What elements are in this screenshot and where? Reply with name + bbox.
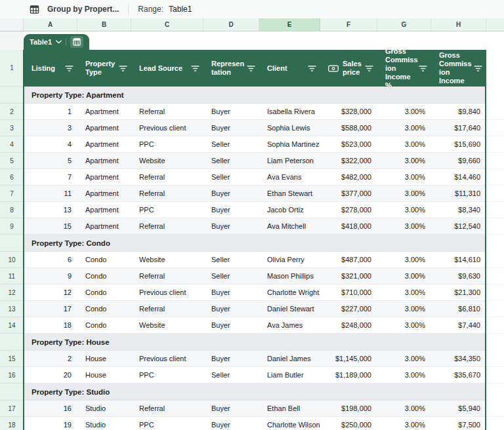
filter-icon[interactable]: [191, 65, 200, 72]
cell-F2[interactable]: $328,000: [320, 104, 377, 119]
header-cell-D[interactable]: Represen tation: [203, 50, 259, 87]
cell-A4[interactable]: 4: [24, 136, 77, 152]
row-header-12[interactable]: 12: [0, 284, 24, 301]
cell-H11[interactable]: $9,630: [431, 268, 486, 284]
cell-D2[interactable]: Buyer: [203, 104, 259, 119]
cell-F6[interactable]: $482,000: [320, 169, 377, 185]
header-cell-F[interactable]: Sales price: [320, 50, 377, 87]
column-letter-B[interactable]: B: [77, 18, 131, 31]
cell-F10[interactable]: $487,000: [320, 252, 377, 267]
row-header-4[interactable]: 4: [0, 136, 24, 153]
cell-C18[interactable]: PPC: [131, 417, 203, 430]
row-header-2[interactable]: 2: [0, 104, 24, 120]
row-header-5[interactable]: 5: [0, 153, 24, 169]
column-letter-A[interactable]: A: [24, 18, 77, 31]
cell-D11[interactable]: Seller: [203, 268, 259, 284]
cell-B14[interactable]: Condo: [77, 317, 131, 333]
cell-H4[interactable]: $15,690: [431, 136, 486, 152]
cell-F12[interactable]: $710,000: [320, 284, 377, 300]
cell-E14[interactable]: Ava James: [259, 317, 320, 333]
cell-D3[interactable]: Buyer: [203, 120, 259, 136]
filter-icon[interactable]: [365, 65, 373, 72]
cell-C14[interactable]: Website: [131, 317, 203, 333]
row-header-18[interactable]: 18: [0, 417, 24, 430]
cell-C9[interactable]: Referral: [131, 218, 203, 234]
cell-E8[interactable]: Jacob Ortiz: [259, 202, 320, 218]
cell-G9[interactable]: 3.00%: [377, 218, 431, 234]
cell-C7[interactable]: Referral: [131, 186, 203, 201]
cell-H6[interactable]: $14,460: [431, 169, 486, 185]
header-cell-H[interactable]: Gross Commiss ion Income: [431, 50, 486, 87]
cell-F5[interactable]: $322,000: [320, 153, 377, 168]
cell-C13[interactable]: Referral: [131, 301, 203, 317]
cell-H18[interactable]: $7,500: [431, 417, 486, 430]
cell-B15[interactable]: House: [77, 351, 131, 366]
cell-G14[interactable]: 3.00%: [377, 317, 431, 333]
cell-H10[interactable]: $14,610: [431, 252, 486, 267]
active-function-label[interactable]: Group by Propert...: [47, 5, 119, 14]
group-label[interactable]: Property Type: Studio: [24, 383, 486, 401]
cell-A9[interactable]: 15: [24, 218, 77, 234]
row-header-15[interactable]: 15: [0, 351, 24, 367]
cell-H2[interactable]: $9,840: [431, 104, 486, 119]
cell-E11[interactable]: Mason Phillips: [259, 268, 320, 284]
cell-H7[interactable]: $11,310: [431, 186, 486, 201]
cell-D4[interactable]: Seller: [203, 136, 259, 152]
cell-G15[interactable]: 3.00%: [377, 351, 431, 366]
cell-E5[interactable]: Liam Peterson: [259, 153, 320, 168]
cell-G11[interactable]: 3.00%: [377, 268, 431, 284]
cell-F18[interactable]: $250,000: [320, 417, 377, 430]
cell-H5[interactable]: $9,660: [431, 153, 486, 168]
row-header-13[interactable]: 13: [0, 301, 24, 317]
row-header-7[interactable]: 7: [0, 186, 24, 202]
cell-D5[interactable]: Seller: [203, 153, 259, 168]
cell-H14[interactable]: $7,440: [431, 317, 486, 333]
group-label[interactable]: Property Type: Condo: [24, 235, 486, 252]
cell-A15[interactable]: 2: [24, 351, 77, 366]
cell-C3[interactable]: Previous client: [131, 120, 203, 136]
cell-C4[interactable]: PPC: [131, 136, 203, 152]
cell-G2[interactable]: 3.00%: [377, 104, 431, 119]
cell-B8[interactable]: Apartment: [77, 202, 131, 218]
column-letter-H[interactable]: H: [431, 18, 486, 31]
cell-G10[interactable]: 3.00%: [377, 252, 431, 267]
cell-B18[interactable]: Studio: [77, 417, 131, 430]
cell-D15[interactable]: Buyer: [203, 351, 259, 366]
filter-icon[interactable]: [65, 65, 74, 72]
cell-C2[interactable]: Referral: [131, 104, 203, 119]
cell-B13[interactable]: Condo: [77, 301, 131, 317]
cell-B6[interactable]: Apartment: [77, 169, 131, 185]
cell-F17[interactable]: $198,000: [320, 401, 377, 416]
cell-B12[interactable]: Condo: [77, 284, 131, 300]
cell-B17[interactable]: Studio: [77, 401, 131, 416]
cell-A18[interactable]: 19: [24, 417, 77, 430]
cell-G17[interactable]: 3.00%: [377, 401, 431, 416]
cell-E4[interactable]: Sophia Martinez: [259, 136, 320, 152]
filter-icon[interactable]: [119, 65, 127, 72]
cell-A14[interactable]: 18: [24, 317, 77, 333]
cell-D16[interactable]: Seller: [203, 367, 259, 383]
cell-A7[interactable]: 11: [24, 186, 77, 201]
header-cell-C[interactable]: Lead Source: [131, 50, 203, 87]
cell-B11[interactable]: Condo: [77, 268, 131, 284]
cell-F16[interactable]: $1,189,000: [320, 367, 377, 383]
cell-F4[interactable]: $523,000: [320, 136, 377, 152]
cell-D6[interactable]: Seller: [203, 169, 259, 185]
cell-H12[interactable]: $21,300: [431, 284, 486, 300]
cell-B10[interactable]: Condo: [77, 252, 131, 267]
row-header-11[interactable]: 11: [0, 268, 24, 284]
cell-D18[interactable]: Buyer: [203, 417, 259, 430]
cell-D7[interactable]: Buyer: [203, 186, 259, 201]
cell-E2[interactable]: Isabella Rivera: [259, 104, 320, 119]
cell-D17[interactable]: Buyer: [203, 401, 259, 416]
cell-D8[interactable]: Buyer: [203, 202, 259, 218]
cell-A12[interactable]: 12: [24, 284, 77, 300]
cell-C15[interactable]: Previous client: [131, 351, 203, 366]
cell-F15[interactable]: $1,145,000: [320, 351, 377, 366]
column-letter-E[interactable]: E: [259, 18, 320, 31]
cell-C12[interactable]: Previous client: [131, 284, 203, 300]
table-options-button[interactable]: [70, 36, 83, 48]
group-label[interactable]: Property Type: Apartment: [24, 87, 486, 104]
cell-B3[interactable]: Apartment: [77, 120, 131, 136]
cell-H8[interactable]: $8,340: [431, 202, 486, 218]
